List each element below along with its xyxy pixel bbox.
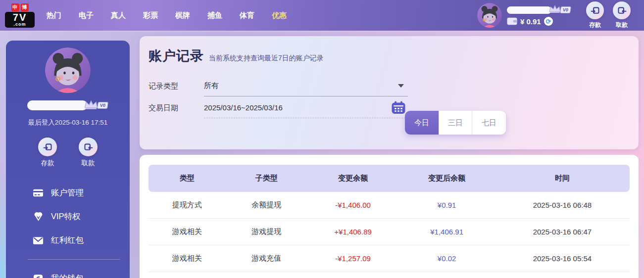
sidebar-deposit-icon [38, 138, 57, 156]
sidebar-username-redacted [27, 100, 88, 110]
wallet-icon [33, 274, 44, 278]
cell-type: 提现方式 [149, 200, 226, 210]
vip-level-badge: V0 [560, 6, 571, 13]
sidebar-avatar[interactable] [45, 47, 91, 93]
card-icon [33, 188, 44, 197]
col-header-time: 时间 [495, 174, 630, 183]
page-body: V0 最后登入2025-03-16 17:51 存款 取款 [0, 31, 644, 278]
nav-item-lottery[interactable]: 彩票 [143, 11, 158, 20]
record-type-row: 记录类型 所有 [149, 76, 630, 96]
envelope-icon [33, 236, 44, 245]
record-type-select[interactable]: 所有 [204, 76, 408, 96]
brand-tld: .com [7, 22, 33, 27]
sidebar-actions: 存款 取款 [6, 138, 130, 168]
page-subtitle: 当前系统支持查询最近7日的账户记录 [209, 54, 324, 63]
cell-time: 2025-03-16 06:47 [495, 228, 630, 236]
sidebar: V0 最后登入2025-03-16 17:51 存款 取款 [6, 41, 130, 278]
page: 申 博 7V .com 热门 电子 真人 彩票 棋牌 捕鱼 体育 优惠 [0, 0, 644, 278]
cell-subtype: 游戏提现 [226, 227, 307, 236]
account-records-panel: 账户记录 当前系统支持查询最近7日的账户记录 记录类型 所有 交易日期 2025… [140, 36, 639, 149]
sidebar-item-account-management[interactable]: 账户管理 [33, 186, 130, 200]
sidebar-item-my-wallet[interactable]: 我的钱包 [33, 272, 130, 278]
table-row: 游戏相关 游戏充值 -¥1,257.09 ¥0.02 2025-03-16 05… [149, 245, 630, 272]
sidebar-item-label: 我的钱包 [51, 273, 84, 278]
sidebar-item-label: 红利红包 [51, 235, 84, 246]
record-type-label: 记录类型 [149, 76, 204, 96]
balance-amount: ¥ 0.91 [520, 17, 541, 26]
title-row: 账户记录 当前系统支持查询最近7日的账户记录 [149, 47, 630, 69]
sidebar-withdraw-button[interactable]: 取款 [77, 138, 99, 168]
range-3day-button[interactable]: 三日 [439, 111, 472, 135]
brand-badge-1: 申 [11, 3, 19, 11]
cell-after: ¥0.91 [398, 201, 495, 209]
vip-badge-icon [33, 212, 44, 222]
cell-change: +¥1,406.89 [307, 228, 399, 236]
sidebar-username-row: V0 [6, 99, 130, 111]
nav-item-promo[interactable]: 优惠 [272, 11, 287, 20]
sidebar-vip-level-badge: V0 [98, 102, 109, 109]
col-header-type: 类型 [149, 174, 226, 183]
brand-badge-2: 博 [21, 3, 29, 11]
cell-after: ¥0.02 [398, 254, 495, 263]
brand-name-block: 7V .com [5, 12, 35, 28]
sidebar-vip-crown-icon [84, 99, 99, 110]
cell-after: ¥1,406.91 [398, 228, 495, 236]
date-range-label: 交易日期 [149, 97, 204, 118]
range-today-button[interactable]: 今日 [405, 111, 439, 135]
sidebar-item-label: VIP特权 [51, 211, 81, 222]
records-table-panel: 类型 子类型 变更余额 变更后余额 时间 提现方式 余额提现 -¥1,406.0… [140, 155, 639, 278]
chevron-down-icon [398, 84, 404, 88]
record-type-value: 所有 [204, 81, 219, 91]
brand-logo[interactable]: 申 博 7V .com [5, 3, 35, 28]
cell-subtype: 游戏充值 [226, 254, 307, 263]
nav-item-chess[interactable]: 棋牌 [175, 11, 190, 20]
withdraw-icon [613, 1, 631, 19]
date-range-row: 交易日期 2025/03/16~2025/03/16 [149, 97, 630, 118]
table-header-row: 类型 子类型 变更余额 变更后余额 时间 [149, 165, 630, 192]
wallet-icon [507, 17, 517, 25]
main-content: 账户记录 当前系统支持查询最近7日的账户记录 记录类型 所有 交易日期 2025… [140, 36, 639, 278]
col-header-after: 变更后余额 [398, 174, 495, 183]
username-row: V0 [507, 5, 571, 15]
date-range-value: 2025/03/16~2025/03/16 [204, 103, 283, 112]
deposit-button[interactable]: 存款 [584, 1, 606, 29]
username-redacted [507, 6, 551, 14]
refresh-balance-icon[interactable]: ⟳ [544, 17, 553, 26]
cell-change: -¥1,406.00 [307, 201, 399, 209]
balance-row: ¥ 0.91 ⟳ [507, 17, 571, 26]
vip-crown-icon [548, 4, 561, 13]
nav-item-slots[interactable]: 电子 [79, 11, 94, 20]
nav-item-sports[interactable]: 体育 [240, 11, 254, 20]
sidebar-item-vip-privileges[interactable]: VIP特权 [33, 210, 130, 224]
cell-type: 游戏相关 [149, 254, 226, 263]
col-header-subtype: 子类型 [226, 174, 307, 183]
sidebar-divider [28, 259, 120, 260]
user-avatar[interactable] [477, 3, 502, 28]
nav-item-live[interactable]: 真人 [111, 11, 126, 20]
last-login-text: 最后登入2025-03-16 17:51 [6, 118, 130, 127]
sidebar-item-label: 账户管理 [51, 187, 84, 198]
user-cluster: V0 ¥ 0.91 ⟳ 存款 [477, 1, 633, 29]
brand-badges: 申 博 [5, 3, 35, 11]
main-nav: 热门 电子 真人 彩票 棋牌 捕鱼 体育 优惠 [47, 11, 287, 20]
deposit-icon [586, 1, 604, 19]
sidebar-withdraw-icon [79, 138, 98, 156]
nav-item-fishing[interactable]: 捕鱼 [207, 11, 222, 20]
col-header-change: 变更余额 [307, 174, 399, 183]
cell-time: 2025-03-16 05:54 [495, 254, 630, 263]
sidebar-menu: 账户管理 VIP特权 红利红包 [6, 186, 130, 278]
cell-type: 游戏相关 [149, 227, 226, 236]
cell-subtype: 余额提现 [226, 200, 307, 210]
cell-change: -¥1,257.09 [307, 254, 399, 263]
date-range-quick-buttons: 今日 三日 七日 [405, 111, 506, 135]
top-nav-bar: 申 博 7V .com 热门 电子 真人 彩票 棋牌 捕鱼 体育 优惠 [0, 0, 644, 31]
page-title: 账户记录 [149, 47, 204, 65]
date-range-input[interactable]: 2025/03/16~2025/03/16 [204, 97, 408, 118]
withdraw-button[interactable]: 取款 [610, 1, 633, 29]
brand-name: 7V [7, 12, 33, 22]
sidebar-item-bonus-redpacket[interactable]: 红利红包 [33, 233, 130, 247]
nav-item-hot[interactable]: 热门 [47, 11, 61, 20]
calendar-icon[interactable] [391, 101, 406, 114]
range-7day-button[interactable]: 七日 [472, 111, 506, 135]
sidebar-deposit-button[interactable]: 存款 [36, 138, 59, 168]
